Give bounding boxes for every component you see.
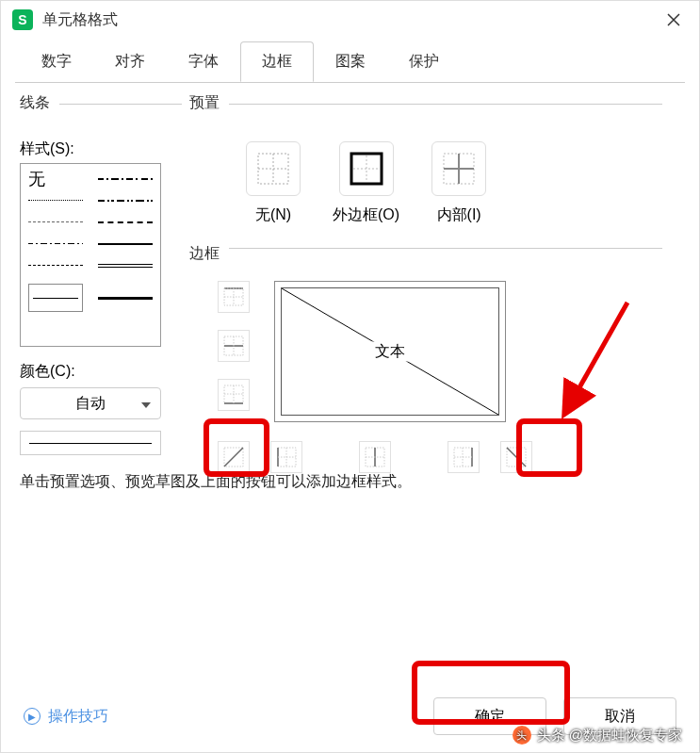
border-left-button[interactable] — [270, 441, 302, 473]
tips-link[interactable]: ▶ 操作技巧 — [24, 707, 108, 727]
preset-section-rule — [229, 104, 662, 105]
preset-outer-label: 外边框(O) — [333, 205, 399, 225]
border-diag-down-icon — [505, 446, 528, 468]
line-style-opt[interactable] — [98, 264, 153, 268]
preset-outer-button[interactable] — [339, 141, 394, 196]
color-value: 自动 — [75, 394, 106, 414]
svg-line-35 — [507, 448, 526, 467]
border-preview[interactable]: 文本 — [274, 281, 506, 422]
cell-format-dialog: S 单元格格式 数字 对齐 字体 边框 图案 保护 线条 样式(S): 无 — [0, 0, 700, 753]
line-style-opt[interactable] — [28, 221, 83, 222]
border-vmid-icon — [364, 446, 386, 468]
line-style-list[interactable]: 无 — [20, 163, 161, 347]
svg-line-36 — [566, 303, 627, 411]
tab-protect[interactable]: 保护 — [387, 41, 461, 82]
border-right-button[interactable] — [448, 441, 480, 473]
right-panel: 预置 无(N) — [189, 93, 680, 281]
border-left-icon — [275, 446, 298, 468]
svg-line-22 — [224, 448, 243, 467]
preset-none-button[interactable] — [246, 141, 301, 196]
annotation-arrow — [529, 293, 642, 425]
preset-inner-label: 内部(I) — [437, 205, 481, 225]
content-area: 线条 样式(S): 无 — [1, 82, 699, 105]
line-style-none[interactable]: 无 — [28, 168, 45, 190]
preset-inner: 内部(I) — [431, 141, 486, 225]
color-preview-line — [29, 443, 152, 444]
line-style-opt[interactable] — [28, 243, 83, 244]
color-dropdown[interactable]: 自动 — [20, 387, 161, 419]
line-style-opt[interactable] — [98, 178, 153, 180]
line-style-opt[interactable] — [98, 297, 153, 300]
line-style-opt[interactable] — [28, 265, 83, 266]
preview-text: 文本 — [371, 342, 409, 362]
close-icon — [666, 12, 681, 27]
close-button[interactable] — [659, 6, 688, 34]
tab-bar: 数字 对齐 字体 边框 图案 保护 — [1, 39, 699, 82]
tips-label: 操作技巧 — [48, 707, 108, 727]
hint-text: 单击预置选项、预览草图及上面的按钮可以添加边框样式。 — [20, 472, 412, 492]
border-hmid-button[interactable] — [218, 330, 250, 362]
caret-down-icon — [141, 395, 151, 412]
border-diag-up-icon — [222, 446, 245, 468]
border-diag-down-button[interactable] — [500, 441, 532, 473]
watermark-text: 头条 @数据蛙恢复专家 — [537, 727, 682, 745]
line-style-opt[interactable] — [98, 243, 153, 245]
line-panel: 线条 样式(S): 无 — [20, 93, 175, 455]
watermark-icon: 头 — [513, 726, 531, 745]
border-right-icon — [452, 446, 475, 468]
border-hmid-icon — [222, 335, 245, 357]
border-diag-up-button[interactable] — [218, 441, 250, 473]
border-bottom-button[interactable] — [218, 379, 250, 411]
preset-inner-button[interactable] — [431, 141, 486, 196]
border-section: 边框 — [189, 244, 680, 264]
line-style-opt[interactable] — [28, 200, 83, 201]
side-buttons — [218, 281, 250, 411]
line-style-selected[interactable] — [28, 284, 83, 312]
preset-inner-icon — [442, 152, 476, 186]
preset-none: 无(N) — [246, 141, 301, 225]
preset-outer: 外边框(O) — [333, 141, 399, 225]
preset-row: 无(N) 外边框(O) — [246, 141, 680, 225]
color-preview — [20, 431, 161, 455]
line-style-opt[interactable] — [98, 200, 153, 202]
border-bottom-icon — [222, 384, 245, 406]
preset-none-label: 无(N) — [255, 205, 291, 225]
style-label: 样式(S): — [20, 139, 175, 159]
color-label: 颜色(C): — [20, 362, 175, 382]
border-vmid-button[interactable] — [359, 441, 391, 473]
line-style-opt[interactable] — [98, 221, 153, 223]
app-icon: S — [12, 9, 33, 30]
watermark: 头 头条 @数据蛙恢复专家 — [513, 726, 682, 745]
tab-pattern[interactable]: 图案 — [314, 41, 387, 82]
titlebar: S 单元格格式 — [1, 1, 699, 39]
preset-none-icon — [256, 152, 290, 186]
play-icon: ▶ — [24, 708, 41, 725]
preset-outer-icon — [350, 152, 383, 186]
border-top-button[interactable] — [218, 281, 250, 313]
border-top-icon — [222, 286, 245, 308]
tab-number[interactable]: 数字 — [20, 41, 93, 82]
bottom-buttons — [218, 441, 532, 473]
tab-border[interactable]: 边框 — [240, 41, 314, 82]
tab-font[interactable]: 字体 — [167, 41, 240, 82]
border-section-rule — [229, 248, 662, 249]
tab-align[interactable]: 对齐 — [93, 41, 167, 82]
dialog-title: 单元格格式 — [42, 10, 659, 30]
line-section-rule — [59, 104, 182, 105]
